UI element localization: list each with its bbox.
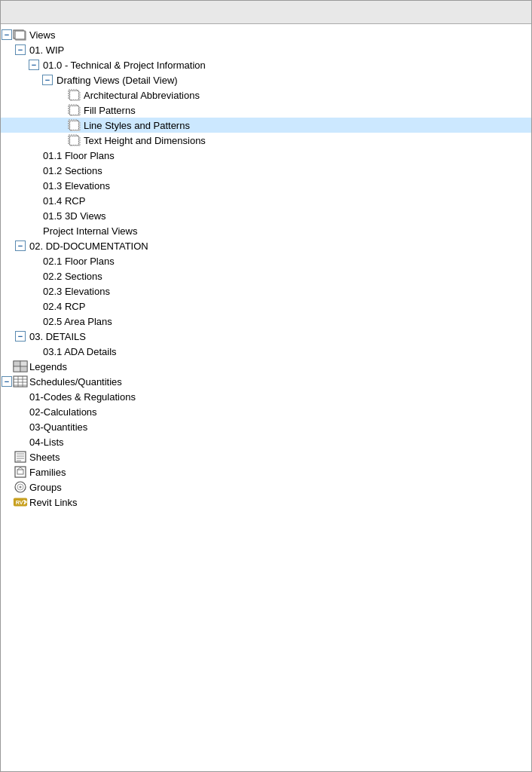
node-label-drafting-views: Drafting Views (Detail View) [57, 75, 178, 86]
expand-button[interactable]: − [14, 240, 26, 252]
node-label-02-1-floor: 02.1 Floor Plans [43, 256, 115, 267]
tree-row-02-1-floor[interactable]: 02.1 Floor Plans [1, 253, 531, 268]
tree-node-drafting-views: −Drafting Views (Detail View) Architectu… [1, 72, 531, 148]
node-label-sheets: Sheets [29, 452, 60, 463]
tree-row-views[interactable]: − Views [1, 27, 531, 42]
tree-node-02-3-elevations: 02.3 Elevations [1, 283, 531, 299]
expand-button [14, 436, 26, 448]
tree-row-01-2-sections[interactable]: 01.2 Sections [1, 163, 531, 178]
draft-view-icon [67, 119, 82, 131]
node-label-01-1-floor: 01.1 Floor Plans [43, 150, 115, 161]
tree-row-01-3-elevations[interactable]: 01.3 Elevations [1, 178, 531, 193]
revit-links-icon: RVT [13, 496, 28, 508]
svg-text:RVT: RVT [16, 499, 27, 506]
node-label-01-2-sections: 01.2 Sections [43, 165, 102, 176]
tree-node-schedules: − Schedules/Quantities01-Codes & Regulat… [1, 374, 531, 449]
node-label-02-dd: 02. DD-DOCUMENTATION [29, 240, 148, 252]
tree-row-sched-02[interactable]: 02-Calculations [1, 404, 531, 419]
expand-button [1, 466, 13, 478]
tree-row-revit-links[interactable]: RVT Revit Links [1, 495, 531, 510]
folder-icon [26, 330, 28, 342]
tree-row-03-1-ada[interactable]: 03.1 ADA Details [1, 344, 531, 359]
tree-row-sched-03[interactable]: 03-Quantities [1, 419, 531, 434]
tree-node-02-4-rcp: 02.4 RCP [1, 299, 531, 314]
folder-icon [54, 74, 55, 86]
collapse-icon: − [29, 60, 39, 70]
folder-icon [40, 210, 41, 222]
folder-icon [26, 406, 28, 418]
svg-rect-31 [15, 467, 26, 477]
tree-row-01-0-technical[interactable]: −01.0 - Technical & Project Information [1, 57, 531, 72]
expand-button[interactable]: − [41, 74, 54, 86]
folder-icon [40, 164, 41, 176]
groups-icon [13, 481, 28, 493]
folder-icon [40, 179, 41, 191]
tree-node-sched-02: 02-Calculations [1, 404, 531, 419]
node-label-02-4-rcp: 02.4 RCP [43, 301, 85, 312]
node-label-schedules: Schedules/Quantities [29, 376, 122, 388]
expand-button[interactable]: − [28, 59, 40, 71]
tree-row-02-4-rcp[interactable]: 02.4 RCP [1, 299, 531, 314]
tree-row-drafting-views[interactable]: −Drafting Views (Detail View) [1, 72, 531, 87]
tree-row-03-details[interactable]: −03. DETAILS [1, 329, 531, 344]
expand-button [14, 391, 26, 403]
expand-button[interactable]: − [1, 29, 13, 41]
draft-view-icon [67, 89, 82, 101]
close-button[interactable] [510, 5, 524, 19]
tree-row-02-3-elevations[interactable]: 02.3 Elevations [1, 283, 531, 299]
folder-icon [26, 436, 28, 448]
node-label-01-wip: 01. WIP [29, 44, 64, 56]
expand-button[interactable]: − [14, 330, 26, 342]
folder-icon [26, 391, 28, 403]
tree-row-01-1-floor[interactable]: 01.1 Floor Plans [1, 148, 531, 163]
tree-node-03-details: −03. DETAILS03.1 ADA Details [1, 329, 531, 359]
folder-icon [26, 421, 28, 433]
tree-node-01-wip: −01. WIP−01.0 - Technical & Project Info… [1, 42, 531, 238]
tree-node-arch-abbrev: Architectural Abbreviations [1, 87, 531, 103]
svg-rect-11 [70, 121, 79, 130]
tree-row-02-2-sections[interactable]: 02.2 Sections [1, 268, 531, 283]
expand-button[interactable]: − [14, 44, 26, 56]
sheet-icon [13, 451, 28, 463]
views-icon [13, 29, 28, 41]
tree-row-sched-04[interactable]: 04-Lists [1, 434, 531, 449]
tree-row-project-internal[interactable]: Project Internal Views [1, 223, 531, 238]
tree-row-02-5-area[interactable]: 02.5 Area Plans [1, 314, 531, 329]
tree-row-legends[interactable]: Legends [1, 359, 531, 374]
node-label-02-5-area: 02.5 Area Plans [43, 316, 112, 327]
tree-row-fill-patterns[interactable]: Fill Patterns [1, 103, 531, 118]
tree-row-schedules[interactable]: − Schedules/Quantities [1, 374, 531, 389]
families-icon [13, 466, 28, 478]
tree-children-drafting-views: Architectural Abbreviations Fill Pattern… [1, 87, 531, 148]
expand-button [55, 104, 67, 116]
folder-icon [40, 59, 41, 71]
expand-button [28, 195, 40, 207]
tree-node-sched-03: 03-Quantities [1, 419, 531, 434]
tree-row-sched-01[interactable]: 01-Codes & Regulations [1, 389, 531, 404]
node-label-text-height: Text Height and Dimensions [84, 135, 206, 146]
tree-node-sheets: Sheets [1, 449, 531, 464]
tree-row-01-4-rcp[interactable]: 01.4 RCP [1, 193, 531, 208]
draft-view-icon [67, 104, 82, 116]
tree-node-01-4-rcp: 01.4 RCP [1, 193, 531, 208]
tree-row-groups[interactable]: Groups [1, 479, 531, 495]
expand-button[interactable]: − [1, 375, 13, 388]
expand-button [28, 315, 40, 327]
tree-row-02-dd[interactable]: −02. DD-DOCUMENTATION [1, 238, 531, 253]
tree-row-line-styles[interactable]: Line Styles and Patterns [1, 118, 531, 133]
node-label-arch-abbrev: Architectural Abbreviations [84, 90, 200, 101]
expand-button [55, 134, 67, 146]
tree-row-01-wip[interactable]: −01. WIP [1, 42, 531, 57]
tree-row-sheets[interactable]: Sheets [1, 449, 531, 464]
tree-row-text-height[interactable]: Text Height and Dimensions [1, 133, 531, 148]
tree-row-families[interactable]: Families [1, 464, 531, 479]
tree-node-line-styles: Line Styles and Patterns [1, 118, 531, 133]
tree-row-arch-abbrev[interactable]: Architectural Abbreviations [1, 87, 531, 103]
tree-node-legends: Legends [1, 359, 531, 374]
folder-icon [26, 240, 28, 252]
tree-row-01-5-3d[interactable]: 01.5 3D Views [1, 208, 531, 223]
tree-node-01-1-floor: 01.1 Floor Plans [1, 148, 531, 163]
collapse-icon: − [2, 376, 12, 387]
expand-button [28, 164, 40, 176]
svg-rect-14 [70, 136, 79, 146]
